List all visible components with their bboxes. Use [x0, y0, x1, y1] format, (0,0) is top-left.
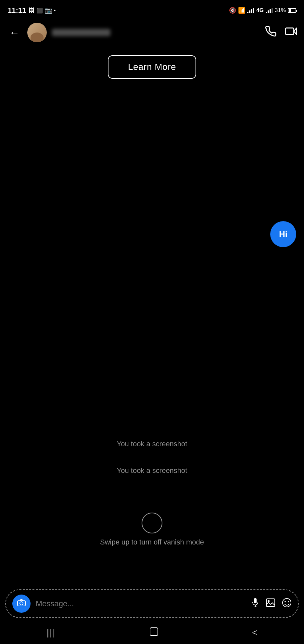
avatar-face — [27, 23, 47, 42]
home-button[interactable] — [149, 627, 159, 639]
status-time: 11:11 🖼 ⬛ 📷 • — [8, 6, 56, 15]
hotspot-icon: 📶 — [238, 7, 245, 14]
status-right-icons: 🔇 📶 4G 31% — [229, 7, 296, 14]
vanish-mode-text: Swipe up to turn off vanish mode — [100, 538, 204, 546]
message-input[interactable] — [36, 599, 246, 608]
input-actions — [251, 598, 292, 610]
svg-rect-4 — [254, 598, 257, 603]
signal-bars-left — [247, 7, 254, 13]
svg-point-9 — [283, 598, 291, 607]
vanish-circle — [142, 513, 162, 533]
svg-rect-0 — [285, 28, 294, 34]
battery-percent: 31% — [275, 7, 286, 14]
back-nav-button[interactable]: < — [252, 627, 257, 638]
recent-apps-button[interactable]: ||| — [47, 627, 56, 638]
svg-point-11 — [288, 601, 289, 602]
battery-icon — [288, 8, 296, 13]
instagram-icon: 📷 — [45, 7, 52, 14]
image-status-icon: 🖼 — [29, 7, 34, 14]
screenshot-notice-2: You took a screenshot — [117, 466, 187, 475]
camera-button[interactable] — [12, 595, 31, 613]
nav-bar: ← — [0, 20, 304, 46]
svg-rect-12 — [150, 628, 158, 636]
message-input-container — [5, 589, 299, 618]
screen-record-icon: ⬛ — [36, 7, 43, 14]
back-button[interactable]: ← — [6, 24, 22, 41]
message-bar — [0, 586, 304, 621]
time-display: 11:11 — [8, 6, 26, 15]
network-type: 4G — [256, 7, 264, 14]
svg-rect-7 — [266, 599, 275, 607]
nav-actions — [265, 25, 298, 40]
svg-point-8 — [268, 600, 270, 602]
contact-name-blurred — [52, 29, 110, 36]
image-icon[interactable] — [266, 598, 275, 610]
mute-icon: 🔇 — [229, 7, 236, 14]
status-icons: 🖼 ⬛ 📷 • — [29, 7, 56, 14]
learn-more-button[interactable]: Learn More — [108, 55, 196, 79]
notification-dot: • — [54, 8, 56, 13]
bottom-nav: ||| < — [0, 621, 304, 644]
status-bar: 11:11 🖼 ⬛ 📷 • 🔇 📶 4G — [0, 0, 304, 20]
video-icon[interactable] — [285, 25, 298, 40]
chat-area: Learn More Hi You took a screenshot You … — [0, 46, 304, 579]
signal-bars-right — [266, 7, 273, 13]
sticker-icon[interactable] — [282, 598, 292, 610]
mic-icon[interactable] — [251, 598, 259, 610]
svg-point-3 — [20, 602, 23, 605]
svg-point-10 — [285, 601, 286, 602]
screenshot-notice-1: You took a screenshot — [117, 440, 187, 448]
camera-icon — [17, 599, 26, 609]
vanish-mode-area: Swipe up to turn off vanish mode — [0, 513, 304, 546]
avatar[interactable] — [27, 23, 47, 42]
hi-message-bubble: Hi — [270, 221, 296, 247]
phone-icon[interactable] — [265, 25, 277, 40]
